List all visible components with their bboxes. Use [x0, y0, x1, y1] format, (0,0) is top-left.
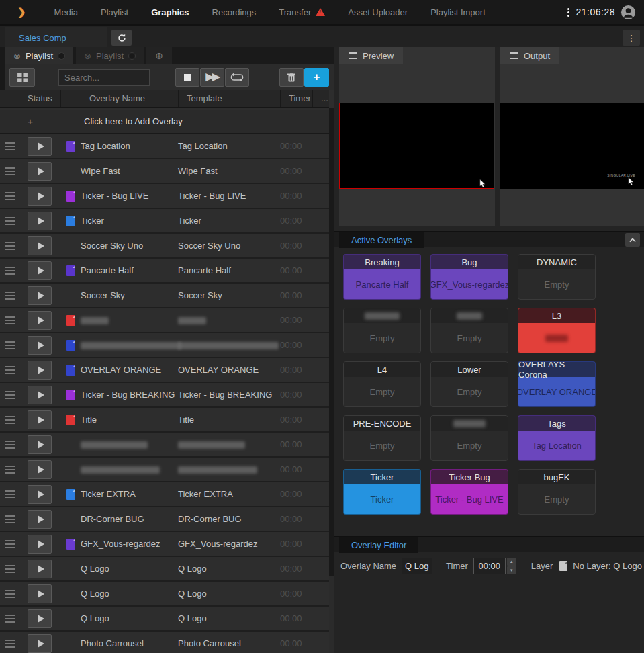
add-overlay-row[interactable]: + Click here to Add Overlay	[0, 110, 329, 134]
overlay-slot-redacted[interactable]: Empty	[430, 415, 508, 461]
overlay-slot-l4[interactable]: L4Empty	[343, 361, 421, 407]
column-header-overlay-name[interactable]: Overlay Name	[81, 90, 178, 107]
scrollbar-thumb[interactable]	[329, 108, 334, 576]
drag-handle-icon[interactable]	[0, 394, 19, 396]
tab-active-overlays[interactable]: Active Overlays	[339, 232, 424, 248]
drag-handle-icon[interactable]	[0, 444, 19, 445]
timer-increment-button[interactable]: ▲	[507, 558, 516, 566]
close-tab-icon[interactable]: ⊗	[13, 51, 21, 61]
overlay-slot-ticker-bug[interactable]: Ticker BugTicker - Bug LIVE	[430, 469, 508, 515]
play-button[interactable]	[28, 162, 52, 181]
overlay-slot-redacted[interactable]: Empty	[430, 308, 508, 353]
output-video[interactable]: SINGULAR.LIVE	[500, 103, 644, 189]
grid-view-button[interactable]	[9, 68, 35, 87]
overlay-name-field[interactable]	[402, 558, 432, 574]
play-button[interactable]	[28, 361, 52, 380]
overlay-slot-tags[interactable]: TagsTag Location	[518, 415, 596, 461]
overlay-slot-overlays-corona[interactable]: OVERLAYS CoronaOVERLAY ORANGE	[518, 361, 596, 407]
nav-item-playlist[interactable]: Playlist	[101, 7, 128, 17]
drag-handle-icon[interactable]	[0, 494, 19, 495]
drag-handle-icon[interactable]	[0, 469, 19, 470]
tab-overlay-editor[interactable]: Overlay Editor	[339, 537, 418, 553]
drag-handle-icon[interactable]	[0, 220, 19, 222]
drag-handle-icon[interactable]	[0, 519, 19, 520]
timer-decrement-button[interactable]: ▼	[507, 566, 516, 574]
column-header-template[interactable]: Template	[178, 90, 280, 107]
overlay-slot-ticker[interactable]: TickerTicker	[343, 469, 421, 515]
drag-handle-icon[interactable]	[0, 593, 19, 595]
drag-handle-icon[interactable]	[0, 345, 19, 346]
drag-handle-icon[interactable]	[0, 568, 19, 570]
add-overlay-button[interactable]: +	[304, 68, 329, 87]
play-button[interactable]	[28, 386, 52, 404]
drag-handle-icon[interactable]	[0, 270, 19, 271]
play-button[interactable]	[28, 410, 52, 429]
close-tab-icon[interactable]: ⊗	[84, 51, 91, 61]
fast-forward-button[interactable]: ▶▶	[200, 68, 224, 87]
column-header-status[interactable]: Status	[19, 90, 60, 107]
play-button[interactable]	[28, 336, 52, 355]
drag-handle-icon[interactable]	[0, 618, 19, 619]
nav-item-asset-uploader[interactable]: Asset Uploader	[348, 7, 408, 17]
play-button[interactable]	[28, 584, 52, 603]
nav-item-graphics[interactable]: Graphics	[151, 7, 189, 17]
play-button[interactable]	[28, 535, 52, 554]
drag-handle-icon[interactable]	[0, 643, 19, 644]
play-button[interactable]	[28, 236, 52, 255]
drag-handle-icon[interactable]	[0, 419, 19, 421]
user-avatar-icon[interactable]	[620, 5, 636, 20]
nav-item-playlist-import[interactable]: Playlist Import	[430, 7, 486, 17]
column-header-timer[interactable]: Timer	[280, 90, 312, 107]
table-scrollbar[interactable]	[329, 108, 334, 653]
workspace-tab[interactable]: Sales Comp	[5, 27, 107, 48]
play-button[interactable]	[28, 311, 52, 330]
drag-handle-icon[interactable]	[0, 369, 19, 371]
play-button[interactable]	[28, 286, 52, 305]
column-header-more[interactable]: ...	[312, 90, 329, 107]
overlay-slot-bugek[interactable]: bugEKEmpty	[518, 469, 596, 515]
play-button[interactable]	[28, 609, 52, 628]
play-button[interactable]	[28, 435, 52, 454]
play-button[interactable]	[28, 261, 52, 280]
nav-item-transfer[interactable]: Transfer	[279, 7, 325, 17]
delete-button[interactable]	[279, 68, 304, 87]
nav-item-recordings[interactable]: Recordings	[212, 7, 257, 17]
tab-preview[interactable]: Preview	[339, 47, 403, 64]
overlay-slot-bug[interactable]: BugGFX_Vous-regardez	[430, 254, 508, 300]
overlay-slot-dynamic[interactable]: DYNAMICEmpty	[518, 254, 596, 300]
nav-item-media[interactable]: Media	[54, 7, 78, 17]
play-button[interactable]	[28, 187, 52, 206]
refresh-button[interactable]	[111, 30, 132, 46]
play-button[interactable]	[28, 485, 52, 504]
playlist-tab-1[interactable]: ⊗Playlist	[5, 47, 73, 64]
play-button[interactable]	[28, 137, 52, 156]
play-button[interactable]	[28, 634, 52, 653]
stop-button[interactable]	[175, 68, 199, 87]
add-playlist-tab-button[interactable]: ⊕	[146, 47, 172, 64]
drag-handle-icon[interactable]	[0, 245, 19, 247]
search-input[interactable]	[58, 69, 150, 86]
tab-output[interactable]: Output	[500, 47, 559, 64]
expand-sidebar-icon[interactable]: ❯	[17, 6, 26, 18]
overlay-slot-redacted[interactable]: Empty	[343, 308, 421, 353]
overlay-slot-breaking[interactable]: BreakingPancarte Half	[343, 254, 421, 300]
overlay-slot-pre-encode[interactable]: PRE-ENCODEEmpty	[343, 415, 421, 461]
overlay-slot-l3[interactable]: L3	[518, 308, 596, 353]
play-button[interactable]	[28, 510, 52, 529]
panel-menu-button[interactable]: ⋮	[623, 30, 640, 46]
drag-handle-icon[interactable]	[0, 295, 19, 296]
loop-button[interactable]	[225, 68, 249, 87]
playlist-tab-2[interactable]: ⊗Playlist	[76, 47, 144, 64]
drag-handle-icon[interactable]	[0, 171, 19, 172]
preview-video[interactable]	[339, 103, 494, 189]
play-button[interactable]	[28, 212, 52, 230]
drag-handle-icon[interactable]	[0, 195, 19, 197]
overlay-slot-lower[interactable]: LowerEmpty	[430, 361, 508, 407]
play-button[interactable]	[28, 560, 52, 578]
drag-handle-icon[interactable]	[0, 320, 19, 321]
drag-handle-icon[interactable]	[0, 543, 19, 545]
kebab-menu-icon[interactable]	[566, 7, 571, 18]
play-button[interactable]	[28, 460, 52, 479]
collapse-section-button[interactable]	[625, 233, 640, 247]
drag-handle-icon[interactable]	[0, 146, 19, 147]
